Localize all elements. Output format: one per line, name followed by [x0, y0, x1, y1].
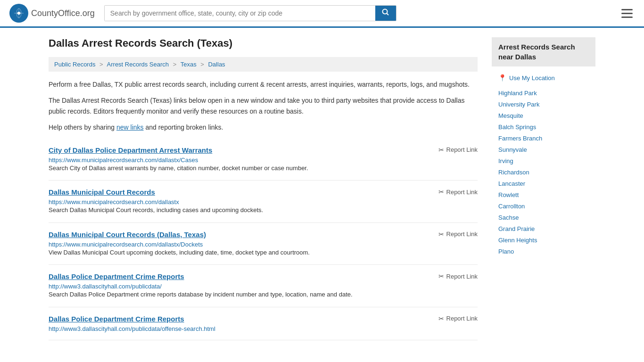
- report-link-1[interactable]: ✂ Report Link: [438, 188, 478, 196]
- search-input[interactable]: [105, 6, 375, 21]
- logo-suffix: .org: [80, 8, 95, 18]
- breadcrumb-sep-3: >: [200, 61, 204, 68]
- breadcrumb-public-records[interactable]: Public Records: [54, 61, 95, 68]
- sidebar-link-9[interactable]: Rowlett: [498, 191, 519, 198]
- search-button[interactable]: [375, 6, 396, 21]
- menu-line-2: [621, 13, 633, 14]
- result-title-4[interactable]: Dallas Police Department Crime Reports: [49, 315, 184, 323]
- sidebar-link-1[interactable]: University Park: [498, 101, 539, 108]
- sidebar-nearby-item: Sunnyvale: [492, 144, 595, 155]
- sidebar-nearby-item: Farmers Branch: [492, 132, 595, 144]
- sidebar-nearby-item: Balch Springs: [492, 121, 595, 132]
- sidebar-nearby-item: Grand Prairie: [492, 223, 595, 234]
- report-icon-2: ✂: [438, 230, 444, 238]
- sidebar-nearby-item: Plano: [492, 246, 595, 257]
- result-header-0: City of Dallas Police Department Arrest …: [49, 146, 478, 154]
- sidebar-link-12[interactable]: Grand Prairie: [498, 225, 535, 232]
- sidebar-nearby-item: Richardson: [492, 166, 595, 178]
- result-desc-2: View Dallas Municipal Court upcoming doc…: [49, 248, 478, 257]
- result-header-1: Dallas Municipal Court Records ✂ Report …: [49, 188, 478, 196]
- sidebar-nearby-item: Irving: [492, 155, 595, 166]
- sidebar-link-5[interactable]: Sunnyvale: [498, 146, 527, 153]
- use-my-location-link[interactable]: 📍 Use My Location: [492, 72, 595, 83]
- result-url-2[interactable]: https://www.municipalrecordsearch.com/da…: [49, 241, 203, 248]
- sidebar-title: Arrest Records Search near Dallas: [492, 37, 595, 66]
- content-area: Dallas Arrest Records Search (Texas) Pub…: [49, 37, 478, 340]
- result-title-1[interactable]: Dallas Municipal Court Records: [49, 188, 155, 196]
- use-location-label: Use My Location: [509, 74, 555, 82]
- svg-point-3: [382, 9, 387, 14]
- sidebar-link-2[interactable]: Mesquite: [498, 112, 523, 119]
- svg-line-4: [387, 14, 388, 16]
- breadcrumb-arrest-records[interactable]: Arrest Records Search: [107, 61, 169, 68]
- result-item: Dallas Municipal Court Records ✂ Report …: [49, 181, 478, 223]
- description-2: The Dallas Arrest Records Search (Texas)…: [49, 95, 478, 116]
- sidebar-nearby-item: University Park: [492, 99, 595, 110]
- result-item: City of Dallas Police Department Arrest …: [49, 139, 478, 181]
- sidebar-link-8[interactable]: Lancaster: [498, 180, 525, 187]
- search-icon: [382, 8, 389, 16]
- sidebar-nearby-item: Carrollton: [492, 200, 595, 212]
- menu-line-3: [621, 16, 633, 18]
- menu-line-1: [621, 9, 633, 10]
- page-title: Dallas Arrest Records Search (Texas): [49, 37, 478, 49]
- sidebar-link-4[interactable]: Farmers Branch: [498, 135, 542, 142]
- sidebar-link-10[interactable]: Carrollton: [498, 203, 525, 210]
- result-desc-0: Search City of Dallas arrest warrants by…: [49, 164, 478, 173]
- header: CountyOffice.org: [0, 0, 644, 28]
- location-pin-icon: 📍: [498, 74, 506, 82]
- sidebar-link-11[interactable]: Sachse: [498, 214, 519, 221]
- sidebar-link-14[interactable]: Plano: [498, 248, 514, 255]
- result-title-0[interactable]: City of Dallas Police Department Arrest …: [49, 146, 212, 154]
- report-icon-3: ✂: [438, 272, 444, 280]
- result-item: Dallas Police Department Crime Reports ✂…: [49, 307, 478, 340]
- breadcrumb-sep-1: >: [99, 61, 103, 68]
- nearby-links-list: Highland ParkUniversity ParkMesquiteBalc…: [492, 87, 595, 257]
- report-icon-0: ✂: [438, 146, 444, 154]
- report-link-4[interactable]: ✂ Report Link: [438, 315, 478, 322]
- result-item: Dallas Police Department Crime Reports ✂…: [49, 265, 478, 307]
- report-link-0[interactable]: ✂ Report Link: [438, 146, 478, 154]
- logo-icon: [9, 4, 28, 23]
- breadcrumb-texas[interactable]: Texas: [181, 61, 197, 68]
- menu-button[interactable]: [619, 7, 635, 20]
- result-url-4[interactable]: http://www3.dallascityhall.com/publicdat…: [49, 325, 215, 332]
- sidebar-link-3[interactable]: Balch Springs: [498, 123, 536, 131]
- sidebar-link-0[interactable]: Highland Park: [498, 90, 537, 97]
- breadcrumb-sep-2: >: [173, 61, 177, 68]
- logo[interactable]: CountyOffice.org: [9, 4, 95, 23]
- result-url-1[interactable]: https://www.municipalrecordsearch.com/da…: [49, 198, 179, 206]
- sidebar-link-6[interactable]: Irving: [498, 157, 513, 165]
- result-item: Dallas Municipal Court Records (Dallas, …: [49, 223, 478, 265]
- result-title-2[interactable]: Dallas Municipal Court Records (Dallas, …: [49, 230, 206, 239]
- sidebar-nearby-item: Glenn Heights: [492, 234, 595, 246]
- report-icon-4: ✂: [438, 315, 444, 322]
- sidebar-nearby-item: Mesquite: [492, 110, 595, 121]
- description-1: Perform a free Dallas, TX public arrest …: [49, 79, 478, 90]
- main-container: Dallas Arrest Records Search (Texas) Pub…: [39, 28, 605, 350]
- result-header-4: Dallas Police Department Crime Reports ✂…: [49, 315, 478, 323]
- sidebar: Arrest Records Search near Dallas 📍 Use …: [492, 37, 595, 340]
- description-3: Help others by sharing new links and rep…: [49, 122, 478, 132]
- sidebar-link-7[interactable]: Richardson: [498, 169, 529, 176]
- report-link-3[interactable]: ✂ Report Link: [438, 272, 478, 280]
- result-url-3[interactable]: http://www3.dallascityhall.com/publicdat…: [49, 283, 162, 290]
- result-url-0[interactable]: https://www.municipalrecordsearch.com/da…: [49, 156, 198, 164]
- new-links-link[interactable]: new links: [116, 123, 144, 131]
- sidebar-link-13[interactable]: Glenn Heights: [498, 237, 537, 244]
- result-desc-3: Search Dallas Police Department crime re…: [49, 290, 478, 299]
- result-desc-1: Search Dallas Municipal Court records, i…: [49, 206, 478, 215]
- result-title-3[interactable]: Dallas Police Department Crime Reports: [49, 272, 184, 280]
- breadcrumb: Public Records > Arrest Records Search >…: [49, 57, 478, 72]
- logo-name: CountyOffice: [31, 8, 80, 18]
- search-bar: [104, 5, 396, 21]
- report-link-2[interactable]: ✂ Report Link: [438, 230, 478, 238]
- sidebar-nearby-item: Rowlett: [492, 189, 595, 200]
- sidebar-nearby-item: Sachse: [492, 212, 595, 223]
- report-icon-1: ✂: [438, 188, 444, 196]
- breadcrumb-dallas[interactable]: Dallas: [208, 61, 225, 68]
- desc3-prefix: Help others by sharing: [49, 123, 116, 131]
- logo-text: CountyOffice.org: [31, 8, 95, 18]
- results-list: City of Dallas Police Department Arrest …: [49, 139, 478, 340]
- result-header-2: Dallas Municipal Court Records (Dallas, …: [49, 230, 478, 239]
